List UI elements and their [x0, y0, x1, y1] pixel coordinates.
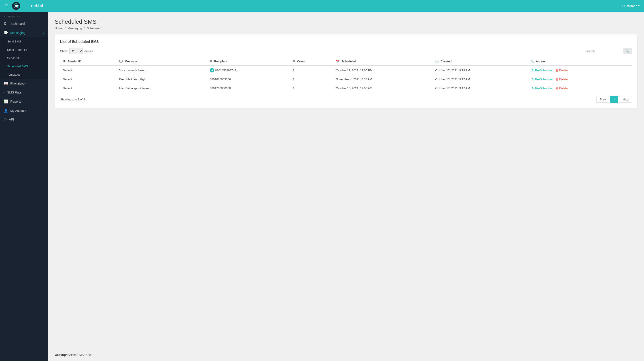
table-footer: Showing 1 to 3 of 3 Prev 1 Next [60, 96, 632, 103]
created-cell: October 17, 2021, 9:17 AM [432, 75, 528, 84]
sidebar-item-scheduled-sms[interactable]: Scheduled SMS [0, 62, 48, 70]
breadcrumb-current: Scheduled [87, 26, 100, 30]
hamburger-icon[interactable]: ☰ [4, 3, 8, 8]
reschedule-icon: ↻ [532, 69, 534, 72]
sidebar-item-send-from-file[interactable]: Send From File [0, 46, 48, 54]
col-message: 💬 Message [116, 58, 207, 66]
search-box: 🔍 [583, 48, 632, 54]
delete-button[interactable]: 🗑 Delete [554, 86, 569, 90]
recipient-badge: 6 [210, 68, 214, 72]
svg-text:💬: 💬 [15, 4, 18, 8]
count-col-icon: ✉ [293, 60, 295, 63]
delete-icon: 🗑 [556, 78, 558, 81]
sidebar-item-api-label: API [9, 118, 14, 121]
reschedule-icon: ↻ [532, 78, 534, 81]
recipient-number: 8801700000000 [210, 86, 231, 90]
entries-label: entries [84, 50, 93, 53]
sidebar-item-send-from-file-label: Send From File [7, 48, 27, 52]
table-row: Default Your money is being... 6 8801456… [60, 66, 632, 75]
delete-button[interactable]: 🗑 Delete [554, 68, 569, 72]
reports-icon: 📊 [4, 99, 8, 104]
api-icon: ⟨/⟩ [4, 118, 7, 121]
col-action: 🔧 Action [528, 58, 632, 66]
sidebar-item-messaging-label: Messaging [10, 31, 26, 35]
card-title: List of Scheduled SMS [60, 40, 632, 44]
action-cell: ↻ Re-Schedule 🗑 Delete [528, 84, 632, 93]
top-nav: ☰ 💬 sms.net.bd Customer ▾ [0, 0, 644, 12]
sidebar-item-templates[interactable]: Templates [0, 70, 48, 79]
sidebar-item-sender-id[interactable]: Sender ID [0, 54, 48, 62]
table-toolbar: Show 10 20 50 100 entries 🔍 [60, 48, 632, 54]
scheduled-cell: October 18, 2021, 12:00 AM [333, 84, 432, 93]
recipient-col-icon: ✉ [210, 60, 212, 63]
next-button[interactable]: Next [619, 96, 632, 103]
recipient-number: 8801456998747,... [215, 69, 239, 72]
user-menu[interactable]: Customer ▾ [622, 4, 640, 8]
sidebar-item-dashboard[interactable]: 🎛 Dashboard [0, 19, 48, 28]
copyright-label: Copyright [55, 353, 68, 356]
prev-button[interactable]: Prev [596, 96, 609, 103]
reschedule-label: Re-Schedule [535, 78, 552, 81]
recipient-number: 8801860003366 [210, 78, 231, 81]
logo: 💬 sms.net.bd [12, 2, 43, 10]
breadcrumb-messaging[interactable]: Messaging [68, 26, 82, 30]
reschedule-button[interactable]: ↻ Re-Schedule [530, 77, 553, 82]
sidebar-item-sms-rate[interactable]: ৳ SMS Rate [0, 88, 48, 97]
messaging-chevron-icon: ∨ [43, 31, 44, 34]
copyright-text: Alpha SMS © 2021 [69, 353, 94, 356]
pagination: Prev 1 Next [596, 96, 632, 103]
delete-label: Delete [559, 69, 568, 72]
sidebar-item-api[interactable]: ⟨/⟩ API [0, 115, 48, 124]
reschedule-label: Re-Schedule [535, 86, 552, 90]
search-button[interactable]: 🔍 [624, 48, 632, 54]
message-cell: Hair Salon appointment... [116, 84, 207, 93]
count-cell: 1 [290, 66, 333, 75]
sidebar-item-dashboard-label: Dashboard [10, 22, 25, 26]
breadcrumb-home[interactable]: Home [55, 26, 62, 30]
user-chevron-icon: ▾ [638, 4, 640, 8]
reschedule-button[interactable]: ↻ Re-Schedule [530, 68, 553, 72]
sidebar-item-templates-label: Templates [7, 73, 20, 76]
sidebar-item-phonebook[interactable]: 📖 Phonebook › [0, 79, 48, 88]
created-col-icon: 🕐 [435, 60, 439, 63]
col-count: ✉ Count [290, 58, 333, 66]
table-header-row: 🖥 Sender ID 💬 Message ✉ Recipient [60, 58, 632, 66]
message-cell: Dear Matt. Your flight... [116, 75, 207, 84]
scheduled-sms-table: 🖥 Sender ID 💬 Message ✉ Recipient [60, 58, 632, 92]
sidebar-item-my-account[interactable]: 👤 My Account › [0, 106, 48, 115]
table-row: Default Dear Matt. Your flight... 880186… [60, 75, 632, 84]
entries-select[interactable]: 10 20 50 100 [69, 48, 83, 54]
page-footer: Copyright Alpha SMS © 2021 [48, 349, 644, 361]
sender-id-cell: Default [60, 84, 116, 93]
recipient-cell: 6 8801456998747,... [207, 66, 290, 75]
scheduled-sms-card: List of Scheduled SMS Show 10 20 50 100 … [55, 34, 637, 108]
reschedule-icon: ↻ [532, 86, 534, 90]
message-cell: Your money is being... [116, 66, 207, 75]
sidebar-item-sms-rate-label: SMS Rate [7, 90, 22, 94]
sender-id-cell: Default [60, 75, 116, 84]
delete-label: Delete [559, 86, 568, 90]
delete-button[interactable]: 🗑 Delete [554, 77, 569, 82]
messaging-icon: 💬 [4, 31, 8, 35]
reschedule-button[interactable]: ↻ Re-Schedule [530, 86, 553, 90]
showing-text: Showing 1 to 3 of 3 [60, 98, 85, 101]
sidebar-item-phonebook-label: Phonebook [10, 82, 26, 85]
created-cell: October 17, 2021, 9:17 AM [432, 84, 528, 93]
logo-text: sms.net.bd [22, 4, 43, 8]
action-col-icon: 🔧 [530, 60, 534, 63]
page-1-button[interactable]: 1 [610, 96, 618, 103]
sidebar-item-send-sms[interactable]: Send SMS [0, 37, 48, 46]
reschedule-label: Re-Schedule [535, 69, 552, 72]
col-sender-id: 🖥 Sender ID [60, 58, 116, 66]
sidebar-item-scheduled-sms-label: Scheduled SMS [7, 65, 28, 68]
sidebar-item-messaging[interactable]: 💬 Messaging ∨ [0, 28, 48, 37]
scheduled-cell: October 17, 2021, 12:00 PM [333, 66, 432, 75]
sidebar-item-my-account-label: My Account [10, 109, 26, 112]
sidebar-item-reports[interactable]: 📊 Reports › [0, 97, 48, 106]
show-entries: Show 10 20 50 100 entries [60, 48, 93, 54]
action-cell: ↻ Re-Schedule 🗑 Delete [528, 75, 632, 84]
my-account-icon: 👤 [4, 108, 8, 113]
table-row: Default Hair Salon appointment... 880170… [60, 84, 632, 93]
search-input[interactable] [583, 48, 624, 54]
recipient-cell: 8801860003366 [207, 75, 290, 84]
